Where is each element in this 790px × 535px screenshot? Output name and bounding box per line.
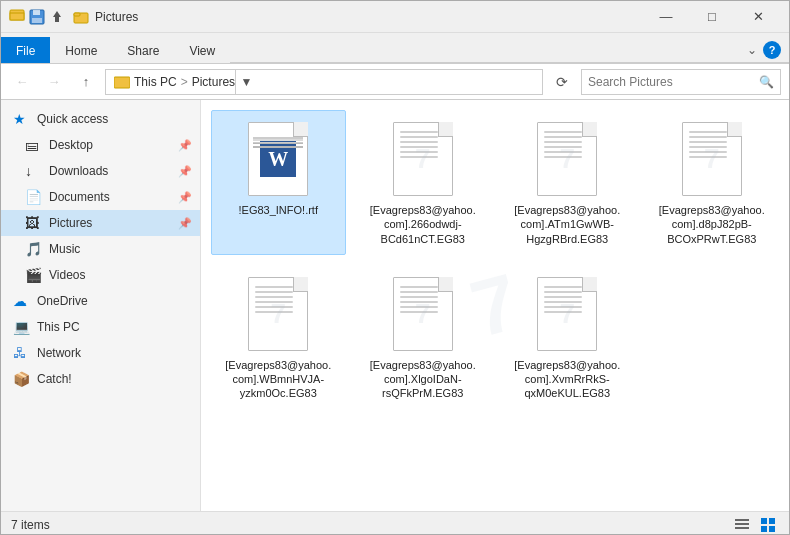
address-dropdown-button[interactable]: ▼ [235, 69, 257, 95]
sidebar-item-documents[interactable]: 📄 Documents 📌 [1, 184, 200, 210]
file-name-5: [Evagreps83@yahoo.com].WBmnHVJA-yzkm0Oc.… [223, 358, 333, 401]
file-icon-wrap-4: 7 [677, 119, 747, 199]
file-lines-2 [400, 131, 438, 158]
file-lines-5 [255, 286, 293, 313]
file-item-5[interactable]: 7 [Evagreps83@yahoo.com].WBmnHVJA-yzkm0O… [211, 265, 346, 410]
pin-icon [49, 9, 65, 25]
file-icon-wrap-1: W [243, 119, 313, 199]
svg-rect-9 [735, 519, 749, 521]
file-icon-wrap-6: 7 [388, 274, 458, 354]
file-page-3 [537, 122, 597, 196]
svg-marker-5 [53, 11, 61, 22]
file-name-3: [Evagreps83@yahoo.com].ATm1GwWB-HgzgRBrd… [512, 203, 622, 246]
tab-view[interactable]: View [174, 37, 230, 63]
sidebar-desktop-label: Desktop [49, 138, 93, 152]
file-item-4[interactable]: 7 [Evagreps83@yahoo.com].d8pJ82pB-BCOxPR… [645, 110, 780, 255]
grid-view-icon [760, 517, 776, 533]
sidebar-item-network[interactable]: 🖧 Network [1, 340, 200, 366]
documents-icon: 📄 [25, 189, 43, 205]
tab-home[interactable]: Home [50, 37, 112, 63]
svg-rect-11 [735, 527, 749, 529]
back-button[interactable]: ← [9, 69, 35, 95]
path-pictures: Pictures [192, 75, 235, 89]
ribbon: File Home Share View ⌄ ? [1, 33, 789, 64]
file-item-3[interactable]: 7 [Evagreps83@yahoo.com].ATm1GwWB-HgzgRB… [500, 110, 635, 255]
search-box[interactable]: 🔍 [581, 69, 781, 95]
sidebar-item-downloads[interactable]: ↓ Downloads 📌 [1, 158, 200, 184]
tab-file[interactable]: File [1, 37, 50, 63]
file-item-1[interactable]: W !EG83_INFO!.rtf [211, 110, 346, 255]
up-button[interactable]: ↑ [73, 69, 99, 95]
file-lines-4 [689, 131, 727, 158]
file-icon-wrap-7: 7 [532, 274, 602, 354]
minimize-button[interactable]: — [643, 1, 689, 33]
file-area: 7 W [201, 100, 789, 511]
file-item-2[interactable]: 7 [Evagreps83@yahoo.com].266odwdj-BCd61n… [356, 110, 491, 255]
ribbon-tabs: File Home Share View ⌄ ? [1, 33, 789, 63]
sidebar-pictures-label: Pictures [49, 216, 92, 230]
sidebar-item-desktop[interactable]: 🖴 Desktop 📌 [1, 132, 200, 158]
title-bar-controls: — □ ✕ [643, 1, 781, 33]
grid-view-button[interactable] [757, 514, 779, 536]
file-lines-6 [400, 286, 438, 313]
path-thispc: This PC [134, 75, 177, 89]
sidebar-item-music[interactable]: 🎵 Music [1, 236, 200, 262]
pin-icon-documents: 📌 [178, 191, 192, 204]
sidebar-item-catch[interactable]: 📦 Catch! [1, 366, 200, 392]
sidebar-item-pictures[interactable]: 🖼 Pictures 📌 [1, 210, 200, 236]
sidebar-catch-label: Catch! [37, 372, 72, 386]
downloads-icon: ↓ [25, 163, 43, 179]
sidebar-item-videos[interactable]: 🎬 Videos [1, 262, 200, 288]
onedrive-icon: ☁ [13, 293, 31, 309]
ribbon-help-icon[interactable]: ? [763, 41, 781, 59]
refresh-button[interactable]: ⟳ [549, 69, 575, 95]
svg-rect-3 [33, 10, 40, 15]
list-view-button[interactable] [731, 514, 753, 536]
file-grid: W !EG83_INFO!.rtf [211, 110, 779, 410]
file-lines-3 [544, 131, 582, 158]
file-name-7: [Evagreps83@yahoo.com].XvmRrRkS-qxM0eKUL… [512, 358, 622, 401]
file-name-2: [Evagreps83@yahoo.com].266odwdj-BCd61nCT… [368, 203, 478, 246]
file-name-6: [Evagreps83@yahoo.com].XlgoIDaN-rsQFkPrM… [368, 358, 478, 401]
svg-rect-4 [32, 18, 42, 23]
view-controls [731, 514, 779, 536]
ribbon-chevron-icon[interactable]: ⌄ [747, 43, 757, 57]
close-button[interactable]: ✕ [735, 1, 781, 33]
svg-rect-1 [10, 13, 24, 20]
svg-rect-12 [761, 518, 767, 524]
address-path[interactable]: This PC > Pictures ▼ [105, 69, 543, 95]
sidebar-item-onedrive[interactable]: ☁ OneDrive [1, 288, 200, 314]
forward-button[interactable]: → [41, 69, 67, 95]
sidebar-item-quickaccess[interactable]: ★ Quick access [1, 106, 200, 132]
catch-icon: 📦 [13, 371, 31, 387]
svg-rect-14 [761, 526, 767, 532]
sidebar-item-thispc[interactable]: 💻 This PC [1, 314, 200, 340]
sidebar-videos-label: Videos [49, 268, 85, 282]
maximize-button[interactable]: □ [689, 1, 735, 33]
file-item-6[interactable]: 7 [Evagreps83@yahoo.com].XlgoIDaN-rsQFkP… [356, 265, 491, 410]
sidebar-network-label: Network [37, 346, 81, 360]
star-icon: ★ [13, 111, 31, 127]
quick-access-icon [9, 9, 25, 25]
file-name-1: !EG83_INFO!.rtf [239, 203, 318, 217]
svg-rect-8 [114, 77, 130, 88]
title-bar: Pictures — □ ✕ [1, 1, 789, 33]
main-area: ★ Quick access 🖴 Desktop 📌 ↓ Downloads 📌… [1, 100, 789, 511]
status-count: 7 items [11, 518, 50, 532]
path-sep-1: > [181, 75, 188, 89]
title-bar-icons [9, 9, 65, 25]
tab-share[interactable]: Share [112, 37, 174, 63]
pictures-icon: 🖼 [25, 215, 43, 231]
search-input[interactable] [588, 75, 755, 89]
file-icon-wrap-2: 7 [388, 119, 458, 199]
videos-icon: 🎬 [25, 267, 43, 283]
sidebar-music-label: Music [49, 242, 80, 256]
sidebar-downloads-label: Downloads [49, 164, 108, 178]
file-lines-7 [544, 286, 582, 313]
file-page-6 [393, 277, 453, 351]
list-view-icon [734, 517, 750, 533]
network-icon: 🖧 [13, 345, 31, 361]
file-item-7[interactable]: 7 [Evagreps83@yahoo.com].XvmRrRkS-qxM0eK… [500, 265, 635, 410]
sidebar: ★ Quick access 🖴 Desktop 📌 ↓ Downloads 📌… [1, 100, 201, 511]
file-page-4 [682, 122, 742, 196]
